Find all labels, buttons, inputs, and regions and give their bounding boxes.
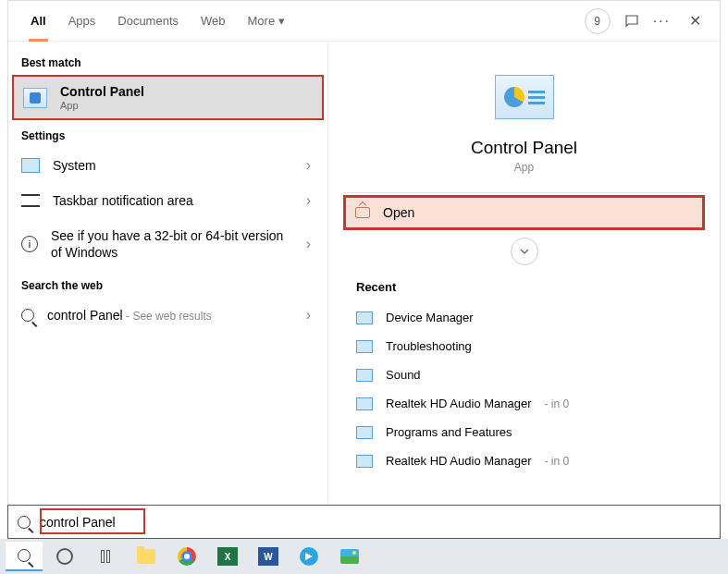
rewards-badge[interactable]: 9 (585, 8, 611, 34)
chevron-right-icon: › (306, 307, 311, 324)
recent-item[interactable]: Realtek HD Audio Manager - in 0 (343, 389, 705, 418)
cortana-icon (56, 548, 73, 565)
recent-item[interactable]: Troubleshooting (343, 332, 705, 360)
info-icon: i (21, 236, 38, 252)
close-button[interactable]: ✕ (684, 8, 707, 33)
telegram-icon (300, 547, 318, 566)
control-panel-icon (23, 88, 47, 108)
recent-item[interactable]: Device Manager (343, 303, 705, 332)
results-pane: Best match Control Panel App Settings Sy… (8, 42, 328, 538)
app-icon (356, 397, 373, 410)
taskbar-file-explorer[interactable] (128, 542, 165, 571)
control-panel-large-icon (495, 75, 554, 119)
more-options-icon[interactable]: ··· (653, 13, 671, 30)
tabs-bar: All Apps Documents Web More ▾ 9 ··· ✕ (8, 1, 720, 42)
photos-icon (340, 549, 359, 564)
tab-more[interactable]: More ▾ (237, 1, 296, 42)
feedback-icon[interactable] (623, 13, 640, 30)
app-icon (356, 340, 373, 353)
search-icon (18, 516, 31, 529)
search-web-label: Search the web (8, 270, 327, 298)
tab-all[interactable]: All (19, 1, 57, 42)
settings-taskbar-notification[interactable]: Taskbar notification area › (8, 183, 327, 218)
recent-item[interactable]: Realtek HD Audio Manager - in 0 (343, 446, 705, 475)
expand-button[interactable] (511, 238, 538, 265)
open-icon (355, 207, 370, 218)
settings-32-64-bit[interactable]: i See if you have a 32-bit or 64-bit ver… (8, 218, 327, 270)
settings-system[interactable]: System › (8, 148, 327, 183)
monitor-icon (21, 158, 40, 173)
taskbar-telegram[interactable] (290, 542, 327, 571)
taskbar-cortana[interactable] (46, 542, 83, 571)
chevron-down-icon (519, 246, 530, 257)
recent-list: Device Manager Troubleshooting Sound Rea… (343, 303, 705, 475)
excel-icon: X (217, 547, 238, 566)
chevron-right-icon: › (306, 157, 311, 174)
app-icon (356, 426, 373, 439)
search-icon (21, 309, 34, 322)
taskbar: X W (0, 539, 728, 574)
preview-title: Control Panel (471, 138, 577, 158)
app-icon (356, 455, 373, 468)
taskview-icon (101, 550, 110, 563)
taskbar-search-button[interactable] (6, 542, 43, 571)
taskbar-excel[interactable]: X (209, 542, 246, 571)
search-input[interactable] (40, 515, 720, 530)
tab-apps[interactable]: Apps (57, 1, 107, 42)
recent-item[interactable]: Programs and Features (343, 418, 705, 446)
search-box[interactable] (7, 505, 721, 539)
search-icon (18, 549, 31, 562)
taskbar-icon (21, 194, 40, 207)
best-match-label: Best match (8, 47, 327, 75)
recent-label: Recent (343, 275, 409, 303)
app-icon (356, 369, 373, 382)
chevron-down-icon: ▾ (278, 14, 285, 28)
recent-item[interactable]: Sound (343, 360, 705, 389)
chevron-right-icon: › (306, 192, 311, 209)
word-icon: W (258, 547, 278, 566)
preview-pane: Control Panel App Open Recent Device Man… (328, 42, 720, 538)
settings-label: Settings (8, 120, 327, 148)
tab-web[interactable]: Web (190, 1, 237, 42)
tab-documents[interactable]: Documents (106, 1, 190, 42)
chevron-right-icon: › (306, 236, 311, 252)
folder-icon (137, 549, 155, 564)
best-match-control-panel[interactable]: Control Panel App (12, 75, 324, 120)
web-result-control-panel[interactable]: control Panel - See web results › (8, 298, 327, 333)
best-match-title: Control Panel (60, 84, 313, 99)
taskbar-word[interactable]: W (250, 542, 287, 571)
app-icon (356, 311, 373, 324)
open-action[interactable]: Open (343, 195, 705, 230)
preview-sub: App (514, 161, 534, 174)
taskbar-chrome[interactable] (168, 542, 205, 571)
taskbar-taskview[interactable] (87, 542, 124, 571)
search-window: All Apps Documents Web More ▾ 9 ··· ✕ Be… (7, 0, 721, 539)
best-match-sub: App (60, 100, 313, 111)
taskbar-photos[interactable] (331, 542, 368, 571)
chrome-icon (178, 547, 196, 566)
